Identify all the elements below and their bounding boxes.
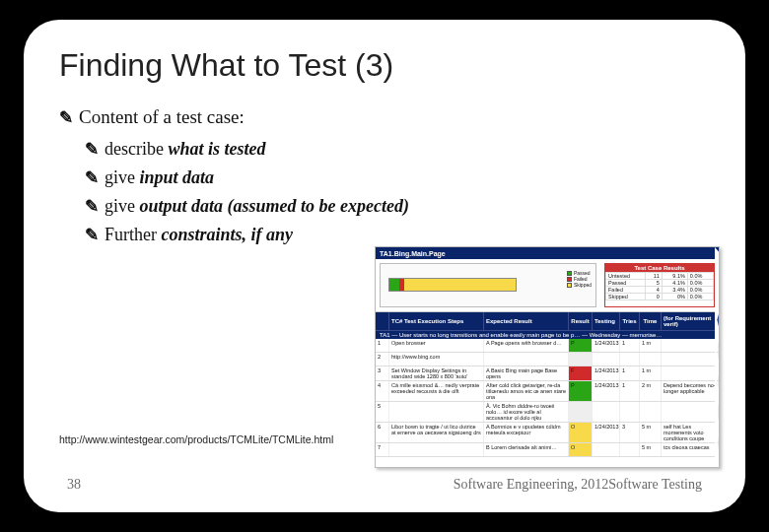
slide: Finding What to Test (3) ✎ Content of a … (24, 20, 745, 512)
tcmlite-screenshot: TA1.Bing.Main.Page Passed Failed Skipped… (375, 246, 720, 468)
stats-table: Untested119.1%0.0% Passed54.1%0.0% Faile… (605, 272, 714, 300)
grid-row: 4Cá mille eiusmod &… nedly verprate exce… (376, 381, 719, 402)
grid-row: 6Libor bown to tragte / ut lico dutrice … (376, 423, 719, 443)
slide-title: Finding What to Test (3) (59, 47, 710, 84)
bullet-text: give input data (105, 165, 214, 191)
grid-subheader: TA1 — User starts no long transitions an… (376, 330, 719, 339)
bullet-text: describe what is tested (105, 136, 265, 163)
citation-url: http://www.wintestgear.com/products/TCML… (59, 433, 333, 445)
stats-panel: Test Case Results Untested119.1%0.0% Pas… (604, 263, 715, 307)
bullet-item: ✎ Further constraints, if any (85, 222, 710, 248)
bullet-main: ✎ Content of a test case: (59, 103, 710, 132)
page-number: 38 (67, 477, 81, 493)
app-titlebar: TA1.Bing.Main.Page (376, 247, 719, 259)
grid-row: 7B Lorem clerisade alt animi…O5 mtcs cle… (376, 443, 719, 457)
bullet-item: ✎ describe what is tested (85, 136, 710, 163)
bullet-glyph: ✎ (85, 194, 99, 220)
bullet-main-text: Content of a test case: (79, 103, 245, 132)
bullet-glyph: ✎ (59, 105, 73, 131)
footer-text: Software Engineering, 2012Software Testi… (454, 477, 702, 493)
bullet-text: Further constraints, if any (105, 222, 293, 248)
bullet-text: give output data (assumed to be expected… (105, 193, 409, 220)
bullet-item: ✎ give input data (85, 165, 710, 191)
bullet-glyph: ✎ (85, 166, 99, 191)
grid-row: 1Open browserA Page opens with browser d… (376, 339, 719, 353)
bullet-glyph: ✎ (85, 137, 99, 163)
bullet-glyph: ✎ (85, 223, 99, 248)
stats-header: Test Case Results (605, 264, 714, 272)
chart-legend: Passed Failed Skipped (567, 270, 592, 288)
grid-header: TC# Test Execution Steps Expected Result… (376, 312, 719, 330)
results-chart: Passed Failed Skipped (380, 263, 596, 307)
slide-content: ✎ Content of a test case: ✎ describe wha… (59, 103, 710, 248)
grid-body: 1Open browserA Page opens with browser d… (376, 339, 719, 457)
grid-row: 5À. Vic Bohm diddre-ro twoeii nolo… id e… (376, 402, 719, 423)
grid-row: 3Set Window Display Settings in standard… (376, 366, 719, 381)
stacked-bar (388, 278, 517, 292)
grid-row: 2http://www.bing.com (376, 353, 719, 366)
bullet-item: ✎ give output data (assumed to be expect… (85, 193, 710, 220)
